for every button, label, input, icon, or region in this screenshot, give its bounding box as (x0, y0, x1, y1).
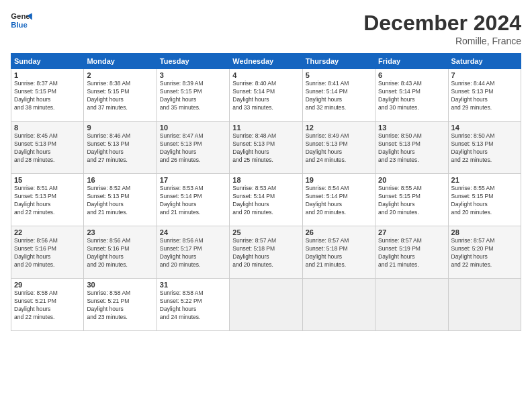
calendar-cell: 13Sunrise: 8:50 AMSunset: 5:13 PMDayligh… (375, 122, 448, 174)
calendar-cell: 10Sunrise: 8:47 AMSunset: 5:13 PMDayligh… (157, 122, 229, 174)
cell-info: Sunrise: 8:50 AMSunset: 5:13 PMDaylight … (378, 132, 445, 165)
calendar-cell: 21Sunrise: 8:55 AMSunset: 5:15 PMDayligh… (448, 174, 521, 226)
cell-info: Sunrise: 8:48 AMSunset: 5:13 PMDaylight … (232, 132, 299, 165)
calendar-cell: 1Sunrise: 8:37 AMSunset: 5:15 PMDaylight… (11, 69, 84, 122)
day-number: 2 (87, 71, 153, 79)
calendar-cell (375, 279, 448, 331)
calendar-cell: 16Sunrise: 8:52 AMSunset: 5:13 PMDayligh… (84, 174, 157, 226)
cell-info: Sunrise: 8:52 AMSunset: 5:13 PMDaylight … (87, 185, 153, 217)
cell-info: Sunrise: 8:47 AMSunset: 5:13 PMDaylight … (160, 132, 226, 165)
cell-info: Sunrise: 8:56 AMSunset: 5:17 PMDaylight … (160, 237, 226, 269)
calendar-cell: 12Sunrise: 8:49 AMSunset: 5:13 PMDayligh… (302, 122, 375, 174)
calendar-cell: 15Sunrise: 8:51 AMSunset: 5:13 PMDayligh… (11, 174, 84, 226)
calendar-cell: 2Sunrise: 8:38 AMSunset: 5:15 PMDaylight… (84, 69, 157, 122)
calendar-cell: 6Sunrise: 8:43 AMSunset: 5:14 PMDaylight… (375, 69, 448, 122)
day-number: 29 (14, 281, 81, 289)
day-number: 10 (160, 124, 226, 132)
cell-info: Sunrise: 8:58 AMSunset: 5:21 PMDaylight … (14, 289, 81, 322)
cell-info: Sunrise: 8:57 AMSunset: 5:20 PMDaylight … (451, 237, 518, 269)
header-row: SundayMondayTuesdayWednesdayThursdayFrid… (11, 54, 521, 69)
cell-info: Sunrise: 8:40 AMSunset: 5:14 PMDaylight … (232, 80, 299, 112)
calendar-cell: 17Sunrise: 8:53 AMSunset: 5:14 PMDayligh… (157, 174, 229, 226)
calendar-cell (302, 279, 375, 331)
cell-info: Sunrise: 8:55 AMSunset: 5:15 PMDaylight … (451, 185, 518, 217)
calendar-row: 29Sunrise: 8:58 AMSunset: 5:21 PMDayligh… (11, 279, 521, 331)
day-number: 28 (451, 228, 518, 236)
calendar-cell: 14Sunrise: 8:50 AMSunset: 5:13 PMDayligh… (448, 122, 521, 174)
cell-info: Sunrise: 8:58 AMSunset: 5:21 PMDaylight … (87, 289, 153, 322)
day-number: 1 (14, 71, 81, 79)
month-title: December 2024 (363, 11, 521, 36)
cell-info: Sunrise: 8:57 AMSunset: 5:18 PMDaylight … (232, 237, 299, 269)
title-block: December 2024 Romille, France (363, 11, 521, 46)
col-header-sunday: Sunday (11, 54, 84, 69)
calendar-cell: 5Sunrise: 8:41 AMSunset: 5:14 PMDaylight… (302, 69, 375, 122)
cell-info: Sunrise: 8:56 AMSunset: 5:16 PMDaylight … (87, 237, 153, 269)
cell-info: Sunrise: 8:58 AMSunset: 5:22 PMDaylight … (160, 289, 226, 322)
col-header-tuesday: Tuesday (157, 54, 229, 69)
cell-info: Sunrise: 8:41 AMSunset: 5:14 PMDaylight … (306, 80, 372, 112)
calendar-cell: 27Sunrise: 8:57 AMSunset: 5:19 PMDayligh… (375, 226, 448, 279)
day-number: 30 (87, 281, 153, 289)
calendar-cell: 3Sunrise: 8:39 AMSunset: 5:15 PMDaylight… (157, 69, 229, 122)
cell-info: Sunrise: 8:37 AMSunset: 5:15 PMDaylight … (14, 80, 81, 112)
day-number: 21 (451, 176, 518, 184)
day-number: 8 (14, 124, 81, 132)
calendar-cell: 20Sunrise: 8:55 AMSunset: 5:15 PMDayligh… (375, 174, 448, 226)
calendar-cell: 9Sunrise: 8:46 AMSunset: 5:13 PMDaylight… (84, 122, 157, 174)
cell-info: Sunrise: 8:49 AMSunset: 5:13 PMDaylight … (306, 132, 372, 165)
page: General Blue December 2024 Romille, Fran… (0, 0, 532, 411)
day-number: 25 (232, 228, 299, 236)
logo-icon: General Blue (11, 11, 32, 30)
col-header-friday: Friday (375, 54, 448, 69)
calendar-cell: 24Sunrise: 8:56 AMSunset: 5:17 PMDayligh… (157, 226, 229, 279)
cell-info: Sunrise: 8:57 AMSunset: 5:18 PMDaylight … (306, 237, 372, 269)
cell-info: Sunrise: 8:53 AMSunset: 5:14 PMDaylight … (160, 185, 226, 217)
cell-info: Sunrise: 8:45 AMSunset: 5:13 PMDaylight … (14, 132, 81, 165)
calendar-cell: 26Sunrise: 8:57 AMSunset: 5:18 PMDayligh… (302, 226, 375, 279)
day-number: 14 (451, 124, 518, 132)
calendar-cell: 30Sunrise: 8:58 AMSunset: 5:21 PMDayligh… (84, 279, 157, 331)
cell-info: Sunrise: 8:38 AMSunset: 5:15 PMDaylight … (87, 80, 153, 112)
calendar-cell: 18Sunrise: 8:53 AMSunset: 5:14 PMDayligh… (230, 174, 302, 226)
day-number: 16 (87, 176, 153, 184)
day-number: 11 (232, 124, 299, 132)
calendar-row: 8Sunrise: 8:45 AMSunset: 5:13 PMDaylight… (11, 122, 521, 174)
day-number: 19 (306, 176, 372, 184)
calendar-cell: 23Sunrise: 8:56 AMSunset: 5:16 PMDayligh… (84, 226, 157, 279)
cell-info: Sunrise: 8:39 AMSunset: 5:15 PMDaylight … (160, 80, 226, 112)
day-number: 7 (451, 71, 518, 79)
col-header-saturday: Saturday (448, 54, 521, 69)
calendar-cell: 31Sunrise: 8:58 AMSunset: 5:22 PMDayligh… (157, 279, 229, 331)
day-number: 3 (160, 71, 226, 79)
location: Romille, France (363, 36, 521, 46)
calendar-cell (448, 279, 521, 331)
day-number: 4 (232, 71, 299, 79)
cell-info: Sunrise: 8:53 AMSunset: 5:14 PMDaylight … (232, 185, 299, 217)
calendar-row: 22Sunrise: 8:56 AMSunset: 5:16 PMDayligh… (11, 226, 521, 279)
calendar-cell: 11Sunrise: 8:48 AMSunset: 5:13 PMDayligh… (230, 122, 302, 174)
calendar-cell: 25Sunrise: 8:57 AMSunset: 5:18 PMDayligh… (230, 226, 302, 279)
col-header-thursday: Thursday (302, 54, 375, 69)
svg-text:Blue: Blue (11, 21, 28, 29)
day-number: 31 (160, 281, 226, 289)
cell-info: Sunrise: 8:57 AMSunset: 5:19 PMDaylight … (378, 237, 445, 269)
cell-info: Sunrise: 8:50 AMSunset: 5:13 PMDaylight … (451, 132, 518, 165)
day-number: 18 (232, 176, 299, 184)
cell-info: Sunrise: 8:43 AMSunset: 5:14 PMDaylight … (378, 80, 445, 112)
calendar-row: 15Sunrise: 8:51 AMSunset: 5:13 PMDayligh… (11, 174, 521, 226)
calendar-table: SundayMondayTuesdayWednesdayThursdayFrid… (11, 53, 521, 331)
calendar-cell: 4Sunrise: 8:40 AMSunset: 5:14 PMDaylight… (230, 69, 302, 122)
logo: General Blue (11, 11, 32, 30)
cell-info: Sunrise: 8:51 AMSunset: 5:13 PMDaylight … (14, 185, 81, 217)
day-number: 12 (306, 124, 372, 132)
day-number: 6 (378, 71, 445, 79)
calendar-cell: 28Sunrise: 8:57 AMSunset: 5:20 PMDayligh… (448, 226, 521, 279)
day-number: 26 (306, 228, 372, 236)
calendar-cell (230, 279, 302, 331)
cell-info: Sunrise: 8:46 AMSunset: 5:13 PMDaylight … (87, 132, 153, 165)
cell-info: Sunrise: 8:56 AMSunset: 5:16 PMDaylight … (14, 237, 81, 269)
calendar-cell: 7Sunrise: 8:44 AMSunset: 5:13 PMDaylight… (448, 69, 521, 122)
cell-info: Sunrise: 8:55 AMSunset: 5:15 PMDaylight … (378, 185, 445, 217)
day-number: 17 (160, 176, 226, 184)
